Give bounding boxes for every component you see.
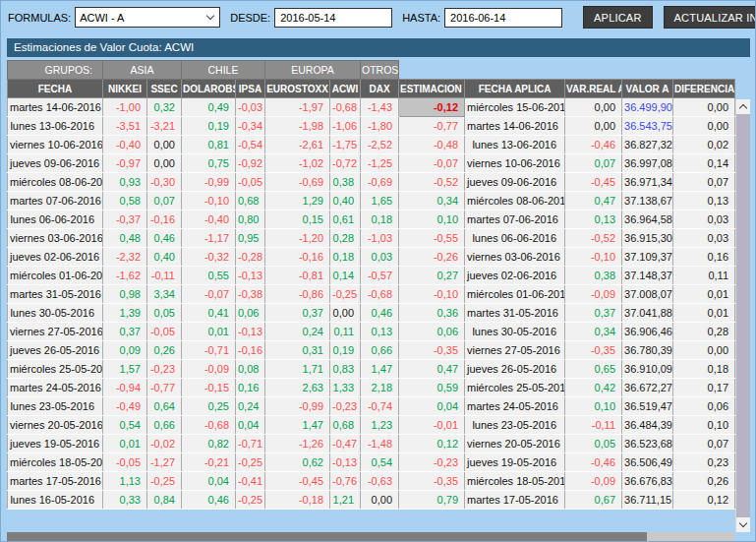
table-row[interactable]: lunes 30-05-20161,390,050,410,060,370,00… — [8, 304, 735, 323]
cell-fecha-aplica: viernes 10-06-2016 — [465, 154, 565, 173]
table-row[interactable]: lunes 13-06-2016-3,51-3,210,19-0,34-1,98… — [8, 117, 735, 136]
cell-fecha-aplica: lunes 13-06-2016 — [465, 136, 565, 154]
col-header-valor-a[interactable]: VALOR A — [622, 80, 673, 98]
cell-estimacion-a: -0,48 — [399, 136, 465, 154]
cell-diferencia: 0,02 — [673, 136, 735, 154]
cell-valor-a: 36.997,08 — [622, 154, 673, 173]
table-row[interactable]: martes 24-05-2016-0,94-0,77-0,150,162,63… — [8, 379, 735, 397]
cell-eurostoxx: -0,18 — [265, 491, 330, 510]
scroll-up-button[interactable] — [736, 99, 750, 114]
table-row[interactable]: jueves 26-05-20160,090,26-0,71-0,160,310… — [8, 341, 735, 360]
aplicar-button[interactable]: APLICAR — [583, 6, 652, 29]
cell-valor-a: 36.780,39 — [622, 341, 673, 360]
cell-nikkei: 0,09 — [103, 341, 147, 360]
cell-dolarobs: -1,17 — [182, 229, 236, 248]
cell-ipsa: 0,08 — [236, 360, 265, 379]
table-row[interactable]: martes 31-05-20160,983,34-0,07-0,38-0,86… — [8, 285, 735, 304]
cell-dolarobs: 0,75 — [182, 154, 236, 173]
table-row[interactable]: miércoles 18-05-2016-0,05-1,27-0,21-0,25… — [8, 453, 735, 472]
col-header-ssec[interactable]: SSEC — [147, 80, 182, 98]
table-row[interactable]: lunes 06-06-2016-0,37-0,16-0,400,800,150… — [8, 211, 735, 229]
table-row[interactable]: martes 17-05-20161,13-0,250,04-0,41-0,45… — [8, 472, 735, 491]
col-header-dolarobs[interactable]: DOLAROBS — [182, 80, 236, 98]
col-header-ipsa[interactable]: IPSA — [236, 80, 265, 98]
cell-var-real-a: -0,09 — [565, 285, 622, 304]
col-header-nikkei[interactable]: NIKKEI — [103, 80, 147, 98]
cell-eurostoxx: -1,97 — [265, 98, 330, 117]
cell-acwi: 1,21 — [330, 491, 361, 510]
cell-eurostoxx: -0,81 — [265, 267, 330, 285]
cell-var-real-a: 0,67 — [565, 491, 622, 510]
table-row[interactable]: miércoles 08-06-20160,93-0,30-0,99-0,05-… — [8, 173, 735, 192]
cell-diferencia: 0,26 — [673, 472, 735, 491]
table-row[interactable]: miércoles 25-05-20161,57-0,23-0,090,081,… — [8, 360, 735, 379]
cell-var-real-a: -0,10 — [565, 248, 622, 267]
cell-fecha: martes 24-05-2016 — [8, 379, 103, 397]
cell-ipsa: 0,24 — [236, 397, 265, 416]
group-header-chile: CHILE — [182, 61, 265, 80]
cell-ssec: 0,05 — [147, 304, 182, 323]
chevron-down-icon — [739, 519, 747, 527]
cell-fecha: jueves 19-05-2016 — [8, 435, 103, 453]
table-row[interactable]: jueves 19-05-20160,01-0,020,82-0,71-1,26… — [8, 435, 735, 453]
actualizar-indices-button[interactable]: ACTUALIZAR INDICES — [664, 6, 756, 29]
col-header-estimacion-a[interactable]: ESTIMACION A — [399, 80, 465, 98]
table-row[interactable]: lunes 16-05-20160,330,840,46-0,25-0,181,… — [8, 491, 735, 510]
vertical-scrollbar-thumb[interactable] — [736, 114, 750, 517]
col-header-fecha[interactable]: FECHA — [8, 80, 103, 98]
horizontal-scrollbar[interactable] — [7, 532, 734, 541]
cell-dolarobs: -0,68 — [182, 416, 236, 435]
cell-eurostoxx: -0,99 — [265, 397, 330, 416]
cell-eurostoxx: 0,24 — [265, 323, 330, 341]
cell-ssec: -0,25 — [147, 472, 182, 491]
cell-ipsa: -0,92 — [236, 154, 265, 173]
cell-fecha: martes 14-06-2016 — [8, 98, 103, 117]
col-header-fecha-aplica[interactable]: FECHA APLICA — [465, 80, 565, 98]
col-header-var-real-a[interactable]: VAR.REAL A — [565, 80, 622, 98]
cell-estimacion-a: -0,07 — [399, 154, 465, 173]
cell-nikkei: -0,40 — [103, 136, 147, 154]
table-row[interactable]: jueves 09-06-2016-0,970,000,75-0,92-1,02… — [8, 154, 735, 173]
cell-dax: 0,03 — [361, 248, 399, 267]
cell-nikkei: -2,32 — [103, 248, 147, 267]
cell-var-real-a: 0,37 — [565, 304, 622, 323]
col-header-dax[interactable]: DAX — [361, 80, 399, 98]
cell-eurostoxx: 0,37 — [265, 304, 330, 323]
table-row[interactable]: viernes 10-06-2016-0,400,000,81-0,54-2,6… — [8, 136, 735, 154]
table-row[interactable]: martes 14-06-2016-1,000,320,49-0,03-1,97… — [8, 98, 735, 117]
desde-input[interactable] — [274, 8, 392, 28]
col-header-eurostoxx[interactable]: EUROSTOXX — [265, 80, 330, 98]
formulas-select[interactable]: ACWI - A — [75, 7, 220, 28]
table-row[interactable]: viernes 20-05-20160,540,66-0,680,041,470… — [8, 416, 735, 435]
table-row[interactable]: martes 07-06-20160,580,07-0,100,681,290,… — [8, 192, 735, 211]
cell-fecha-aplica: miércoles 08-06-2016 — [465, 192, 565, 211]
cell-dax: 1,65 — [361, 192, 399, 211]
cell-fecha-aplica: viernes 27-05-2016 — [465, 341, 565, 360]
table-row[interactable]: lunes 23-05-2016-0,490,640,250,24-0,99-0… — [8, 397, 735, 416]
cell-ipsa: -0,25 — [236, 491, 265, 510]
cell-nikkei: -0,97 — [103, 154, 147, 173]
cell-var-real-a: 0,42 — [565, 379, 622, 397]
vertical-scrollbar[interactable] — [735, 99, 750, 532]
cell-ssec: 0,40 — [147, 248, 182, 267]
cell-ipsa: 0,16 — [236, 379, 265, 397]
table-row[interactable]: jueves 02-06-2016-2,320,40-0,32-0,28-0,1… — [8, 248, 735, 267]
scroll-down-button[interactable] — [736, 517, 750, 532]
cell-acwi: 0,38 — [330, 173, 361, 192]
cell-acwi: 0,11 — [330, 323, 361, 341]
cell-eurostoxx: -2,61 — [265, 136, 330, 154]
col-header-diferencia[interactable]: DIFERENCIA — [673, 80, 735, 98]
hasta-input[interactable] — [444, 8, 562, 28]
table-row[interactable]: miércoles 01-06-2016-1,62-0,110,55-0,13-… — [8, 267, 735, 285]
cell-acwi: -0,23 — [330, 397, 361, 416]
cell-ssec: 0,00 — [147, 136, 182, 154]
cell-acwi: 0,18 — [330, 248, 361, 267]
horizontal-scrollbar-thumb[interactable] — [7, 532, 647, 541]
col-header-acwi[interactable]: ACWI — [330, 80, 361, 98]
cell-diferencia: 0,28 — [673, 323, 735, 341]
group-header-grupos: GRUPOS: — [8, 61, 103, 80]
table-row[interactable]: viernes 03-06-20160,480,46-1,170,95-1,20… — [8, 229, 735, 248]
table-row[interactable]: viernes 27-05-20160,37-0,050,01-0,130,24… — [8, 323, 735, 341]
cell-ssec: 0,26 — [147, 341, 182, 360]
cell-ipsa: 0,95 — [236, 229, 265, 248]
